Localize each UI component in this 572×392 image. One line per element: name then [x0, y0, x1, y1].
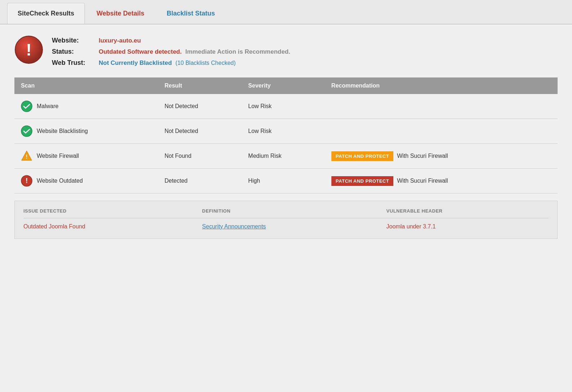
svg-text:!: ! — [26, 154, 27, 160]
tab-website-details[interactable]: Website Details — [86, 3, 155, 24]
recommendation-cell: PATCH AND PROTECT With Sucuri Firewall — [331, 151, 551, 161]
col-issue-detected: ISSUE DETECTED — [23, 208, 202, 218]
svg-point-2 — [21, 101, 32, 112]
webtrust-value-light: (10 Blacklists Checked) — [175, 60, 236, 66]
tab-sitecheck[interactable]: SiteCheck Results — [7, 3, 85, 24]
status-info: Website: luxury-auto.eu Status: Outdated… — [52, 35, 290, 67]
issue-detected-value: Outdated Joomla Found — [23, 223, 85, 230]
alert-icon: ! — [14, 35, 43, 64]
patch-protect-button[interactable]: PATCH AND PROTECT — [331, 176, 393, 186]
webtrust-row: Web Trust: Not Currently Blacklisted (10… — [52, 59, 290, 67]
table-row: ! Website Outdated Detected High PATCH A… — [14, 169, 558, 193]
status-label: Status: — [52, 48, 95, 55]
scan-severity: Medium Risk — [242, 144, 325, 169]
table-row: Website Blacklisting Not Detected Low Ri… — [14, 119, 558, 144]
scan-name-cell: Website Blacklisting — [14, 119, 158, 144]
tab-blacklist-status[interactable]: Blacklist Status — [156, 3, 225, 24]
status-row: Status: Outdated Software detected. Imme… — [52, 48, 290, 55]
col-definition: DEFINITION — [202, 208, 386, 218]
recommendation-text: With Sucuri Firewall — [397, 153, 448, 159]
svg-text:!: ! — [26, 40, 31, 59]
scan-name: Website Firewall — [37, 153, 79, 159]
warning-icon: ! — [21, 150, 32, 162]
col-vulnerable-header: VULNERABLE HEADER — [386, 208, 549, 218]
definition-link[interactable]: Security Announcements — [202, 223, 266, 230]
vulnerable-header-value: Joomla under 3.7.1 — [386, 223, 436, 230]
issue-table: ISSUE DETECTED DEFINITION VULNERABLE HEA… — [23, 208, 549, 230]
scan-recommendation: PATCH AND PROTECT With Sucuri Firewall — [325, 169, 558, 193]
recommendation-cell: PATCH AND PROTECT With Sucuri Firewall — [331, 176, 551, 186]
website-row: Website: luxury-auto.eu — [52, 37, 290, 44]
error-icon: ! — [21, 175, 32, 187]
scan-name-cell: Malware — [14, 94, 158, 119]
issue-row: Outdated Joomla Found Security Announcem… — [23, 218, 549, 230]
status-section: ! Website: luxury-auto.eu Status: Outdat… — [14, 35, 558, 67]
status-value-gray: Immediate Action is Recommended. — [185, 48, 290, 55]
scan-recommendation — [325, 94, 558, 119]
scan-result: Detected — [158, 169, 242, 193]
scan-result: Not Found — [158, 144, 242, 169]
scan-table: Scan Result Severity Recommendation Malw… — [14, 77, 558, 193]
check-icon — [21, 125, 32, 137]
vulnerable-header-cell: Joomla under 3.7.1 — [386, 218, 549, 230]
col-recommendation: Recommendation — [325, 77, 558, 94]
col-scan: Scan — [14, 77, 158, 94]
scan-name: Website Outdated — [37, 178, 83, 184]
definition-cell: Security Announcements — [202, 218, 386, 230]
col-result: Result — [158, 77, 242, 94]
patch-protect-button[interactable]: PATCH AND PROTECT — [331, 151, 393, 161]
status-value-red: Outdated Software detected. — [99, 48, 182, 55]
scan-severity: Low Risk — [242, 94, 325, 119]
scan-name-cell: ! Website Firewall — [14, 144, 158, 169]
scan-recommendation — [325, 119, 558, 144]
scan-name-cell: ! Website Outdated — [14, 169, 158, 193]
table-row: Malware Not Detected Low Risk — [14, 94, 558, 119]
scan-severity: High — [242, 169, 325, 193]
website-value: luxury-auto.eu — [99, 37, 141, 44]
issue-detected-cell: Outdated Joomla Found — [23, 218, 202, 230]
scan-table-header-row: Scan Result Severity Recommendation — [14, 77, 558, 94]
issue-table-header-row: ISSUE DETECTED DEFINITION VULNERABLE HEA… — [23, 208, 549, 218]
svg-point-3 — [21, 126, 32, 137]
webtrust-label: Web Trust: — [52, 59, 95, 67]
issue-section: ISSUE DETECTED DEFINITION VULNERABLE HEA… — [14, 201, 558, 239]
check-icon — [21, 101, 32, 112]
recommendation-text: With Sucuri Firewall — [397, 178, 448, 184]
table-row: ! Website Firewall Not Found Medium Risk… — [14, 144, 558, 169]
scan-recommendation: PATCH AND PROTECT With Sucuri Firewall — [325, 144, 558, 169]
main-content: ! Website: luxury-auto.eu Status: Outdat… — [0, 24, 572, 250]
website-label: Website: — [52, 37, 95, 44]
webtrust-value-blue: Not Currently Blacklisted — [99, 59, 172, 67]
scan-result: Not Detected — [158, 119, 242, 144]
scan-severity: Low Risk — [242, 119, 325, 144]
scan-result: Not Detected — [158, 94, 242, 119]
svg-text:!: ! — [26, 177, 28, 184]
tabs-container: SiteCheck Results Website Details Blackl… — [0, 0, 572, 24]
scan-name: Website Blacklisting — [37, 128, 88, 134]
col-severity: Severity — [242, 77, 325, 94]
scan-name: Malware — [37, 103, 58, 110]
